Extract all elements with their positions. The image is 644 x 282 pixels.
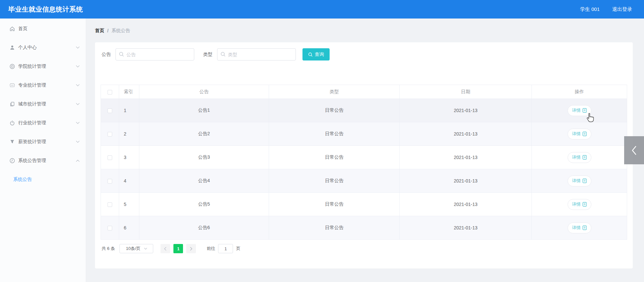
row-checkbox[interactable]: [108, 132, 112, 137]
chevron-down-icon: [144, 248, 147, 250]
row-checkbox[interactable]: [108, 108, 112, 113]
goto-page-input[interactable]: [218, 244, 233, 253]
sidebar-item-5[interactable]: 城市统计管理: [0, 95, 86, 113]
chevron-down-icon: [76, 65, 80, 68]
cell-index: 4: [119, 169, 139, 193]
chevron-left-icon: [164, 247, 167, 251]
chevron-down-icon: [76, 141, 80, 143]
next-page-button[interactable]: [186, 244, 196, 253]
row-checkbox[interactable]: [108, 202, 112, 207]
announcements-table: 索引 公告 类型 日期 操作 1 公告1 日常公告 2021-01-13 详情: [101, 85, 627, 240]
col-action: 操作: [532, 85, 627, 99]
sidebar-item-2[interactable]: 个人中心: [0, 38, 86, 57]
sidebar-item-4[interactable]: 专业统计管理: [0, 76, 86, 95]
clock-icon: [9, 158, 15, 164]
sidebar: 首页 个人中心 学院统计管理 专业统计管理 城市统计管理 行业统计管理 薪资统计…: [0, 19, 86, 282]
detail-button[interactable]: 详情: [568, 199, 591, 210]
col-index: 索引: [119, 85, 139, 99]
sidebar-item-6[interactable]: 行业统计管理: [0, 113, 86, 132]
prev-page-button[interactable]: [161, 244, 170, 253]
search-icon: [220, 52, 226, 57]
cell-date: 2021-01-13: [400, 193, 532, 216]
cell-type: 日常公告: [269, 216, 400, 240]
pagination: 共 6 条 10条/页 1 前往 页: [101, 244, 627, 253]
detail-button[interactable]: 详情: [568, 176, 591, 186]
type-input[interactable]: [217, 48, 296, 60]
cell-type: 日常公告: [269, 99, 400, 122]
row-checkbox[interactable]: [108, 226, 112, 230]
chevron-down-icon: [76, 84, 80, 87]
cell-type: 日常公告: [269, 169, 400, 193]
logout-link[interactable]: 退出登录: [612, 6, 632, 13]
announcement-label: 公告: [102, 52, 111, 58]
power-icon: [9, 120, 15, 126]
table-row: 5 公告5 日常公告 2021-01-13 详情: [101, 193, 627, 216]
cell-announcement: 公告5: [139, 193, 269, 216]
cell-index: 6: [119, 216, 139, 240]
sidebar-item-1[interactable]: 首页: [0, 19, 86, 38]
page-unit-label: 页: [236, 246, 240, 252]
detail-button[interactable]: 详情: [568, 152, 591, 163]
table-row: 4 公告4 日常公告 2021-01-13 详情: [101, 169, 627, 193]
detail-button-label: 详情: [572, 225, 581, 231]
sidebar-subitem-announcements[interactable]: 系统公告: [0, 170, 86, 189]
cell-announcement: 公告1: [139, 99, 269, 122]
sidebar-item-8[interactable]: 系统公告管理: [0, 151, 86, 170]
select-all-checkbox[interactable]: [108, 90, 112, 95]
detail-button-label: 详情: [572, 131, 581, 137]
announcement-input[interactable]: [115, 48, 194, 60]
chevron-down-icon: [76, 27, 80, 30]
document-icon: [582, 179, 587, 183]
cell-announcement: 公告6: [139, 216, 269, 240]
current-page-button[interactable]: 1: [173, 244, 183, 253]
query-button[interactable]: 查询: [302, 48, 330, 60]
breadcrumb-current: 系统公告: [112, 28, 130, 34]
cell-date: 2021-01-13: [400, 122, 532, 146]
sidebar-item-label: 系统公告管理: [18, 158, 76, 164]
detail-button[interactable]: 详情: [568, 222, 591, 233]
total-count: 共 6 条: [102, 246, 115, 252]
breadcrumb: 首页 / 系统公告: [95, 28, 633, 34]
announcement-input-wrap: [115, 48, 194, 60]
cell-index: 5: [119, 193, 139, 216]
funnel-icon: [9, 139, 15, 145]
cell-date: 2021-01-13: [400, 146, 532, 169]
cell-date: 2021-01-13: [400, 169, 532, 193]
detail-button[interactable]: 详情: [568, 105, 591, 116]
chevron-down-icon: [76, 103, 80, 105]
table-row: 2 公告2 日常公告 2021-01-13 详情: [101, 122, 627, 146]
sidebar-item-3[interactable]: 学院统计管理: [0, 57, 86, 76]
cell-announcement: 公告3: [139, 146, 269, 169]
college-icon: [9, 63, 15, 69]
panel-collapse-tab[interactable]: [624, 136, 644, 164]
row-checkbox[interactable]: [108, 179, 112, 183]
breadcrumb-home[interactable]: 首页: [95, 28, 104, 34]
detail-button-label: 详情: [572, 178, 581, 184]
app-header: 毕业生就业信息统计系统 学生 001 退出登录: [0, 0, 644, 19]
goto-label: 前往: [207, 246, 215, 252]
cell-type: 日常公告: [269, 122, 400, 146]
row-checkbox[interactable]: [108, 155, 112, 160]
cell-type: 日常公告: [269, 146, 400, 169]
search-icon: [119, 52, 124, 57]
content-card: 公告 类型 查询: [95, 42, 633, 268]
detail-button[interactable]: 详情: [568, 129, 591, 140]
current-user[interactable]: 学生 001: [580, 6, 600, 13]
cell-type: 日常公告: [269, 193, 400, 216]
cell-date: 2021-01-13: [400, 99, 532, 122]
type-label: 类型: [203, 52, 212, 58]
sidebar-item-label: 学院统计管理: [18, 63, 76, 69]
cell-announcement: 公告2: [139, 122, 269, 146]
chevron-right-icon: [190, 247, 193, 251]
page-size-select[interactable]: 10条/页: [119, 244, 153, 253]
home-icon: [9, 26, 15, 32]
sidebar-item-7[interactable]: 薪资统计管理: [0, 132, 86, 151]
document-icon: [582, 202, 587, 207]
cell-index: 3: [119, 146, 139, 169]
col-type: 类型: [269, 85, 400, 99]
document-icon: [582, 108, 587, 113]
table-row: 3 公告3 日常公告 2021-01-13 详情: [101, 146, 627, 169]
search-bar: 公告 类型 查询: [101, 48, 627, 60]
breadcrumb-separator: /: [107, 28, 109, 33]
sidebar-item-label: 专业统计管理: [18, 82, 76, 88]
